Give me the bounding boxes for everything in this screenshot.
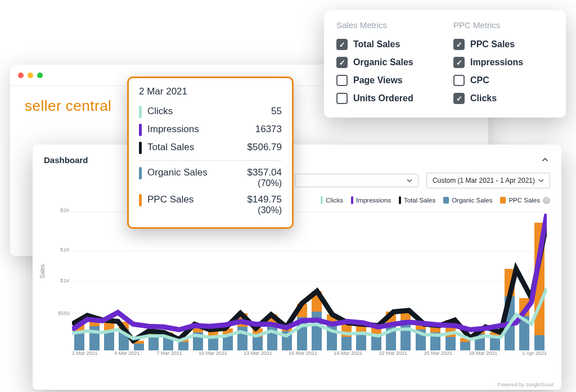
metric-option-label: Organic Sales bbox=[353, 57, 413, 67]
bar-column[interactable] bbox=[265, 213, 280, 350]
metric-option[interactable]: Impressions bbox=[453, 53, 554, 71]
bar-column[interactable] bbox=[488, 213, 502, 350]
bar-column[interactable] bbox=[324, 213, 339, 350]
metric-selector[interactable] bbox=[295, 174, 418, 187]
bar-column[interactable] bbox=[161, 213, 176, 350]
x-tick-label bbox=[272, 350, 281, 367]
bar-column[interactable] bbox=[309, 213, 324, 350]
x-tick-label bbox=[317, 350, 326, 367]
bar-column[interactable] bbox=[398, 213, 413, 350]
bar-column[interactable] bbox=[72, 213, 87, 350]
x-tick-label: 22 Mar 2021 bbox=[379, 350, 408, 367]
checkbox-icon[interactable] bbox=[453, 93, 465, 104]
bar-column[interactable] bbox=[280, 213, 294, 350]
x-tick-label bbox=[326, 350, 334, 367]
metric-option-label: PPC Sales bbox=[470, 39, 515, 49]
legend-item[interactable]: Total Sales bbox=[399, 196, 435, 204]
metric-option-label: Page Views bbox=[353, 75, 403, 85]
x-tick-label bbox=[371, 350, 379, 367]
bar-column[interactable] bbox=[250, 213, 265, 350]
bar-column[interactable] bbox=[428, 213, 443, 350]
bar-column[interactable] bbox=[87, 213, 101, 350]
y-axis-ticks: $2K $1K $1K $550 bbox=[51, 210, 70, 350]
bar-column[interactable] bbox=[146, 213, 161, 350]
bar-column[interactable] bbox=[205, 213, 220, 350]
metric-option[interactable]: Total Sales bbox=[336, 35, 436, 53]
bar-column[interactable] bbox=[458, 213, 472, 350]
powered-by: Powered by JungleScout bbox=[497, 382, 554, 388]
metric-option-label: Impressions bbox=[470, 57, 523, 67]
bar-column[interactable] bbox=[354, 213, 368, 350]
bar-column[interactable] bbox=[413, 213, 428, 350]
help-icon[interactable]: ? bbox=[543, 197, 550, 204]
bar-column[interactable] bbox=[472, 213, 487, 350]
chevron-down-icon bbox=[407, 178, 412, 183]
minimize-dot-icon[interactable] bbox=[28, 73, 33, 78]
bar-column[interactable] bbox=[532, 213, 547, 350]
legend-item[interactable]: Organic Sales bbox=[443, 197, 492, 204]
checkbox-icon[interactable] bbox=[453, 39, 465, 50]
popover-heading-ppc: PPC Metrics bbox=[453, 20, 554, 30]
checkbox-icon[interactable] bbox=[336, 57, 348, 68]
checkbox-icon[interactable] bbox=[336, 39, 348, 50]
x-tick-label bbox=[452, 350, 461, 367]
collapse-chevron-icon[interactable] bbox=[540, 155, 550, 165]
date-range-label: Custom (1 Mar 2021 - 1 Apr 2021) bbox=[433, 177, 535, 184]
x-tick-label: 13 Mar 2021 bbox=[244, 350, 272, 367]
metric-option[interactable]: Page Views bbox=[336, 71, 436, 89]
x-tick-label bbox=[98, 350, 106, 367]
x-tick-label bbox=[497, 350, 506, 367]
checkbox-icon[interactable] bbox=[453, 57, 465, 68]
chart-legend: Clicks Impressions Total Sales Organic S… bbox=[44, 196, 550, 204]
date-range-selector[interactable]: Custom (1 Mar 2021 - 1 Apr 2021) bbox=[426, 173, 550, 188]
metrics-popover: Sales Metrics Total SalesOrganic SalesPa… bbox=[324, 10, 566, 118]
bar-column[interactable] bbox=[176, 213, 191, 350]
x-tick-label bbox=[506, 350, 514, 367]
bar-column[interactable] bbox=[517, 213, 532, 350]
bar-column[interactable] bbox=[220, 213, 235, 350]
checkbox-icon[interactable] bbox=[453, 75, 465, 86]
popover-heading-sales: Sales Metrics bbox=[336, 20, 436, 30]
metric-option-label: Units Ordered bbox=[353, 93, 413, 103]
legend-item[interactable]: Impressions bbox=[351, 196, 391, 204]
bar-column[interactable] bbox=[116, 213, 131, 350]
checkbox-icon[interactable] bbox=[336, 93, 348, 104]
metric-option-label: Total Sales bbox=[353, 39, 400, 49]
legend-item[interactable]: PPC Sales ? bbox=[500, 197, 550, 204]
x-tick-label: 25 Mar 2021 bbox=[424, 350, 453, 367]
x-tick-label bbox=[281, 350, 289, 367]
metric-option[interactable]: CPC bbox=[453, 71, 554, 89]
x-tick-label: 1 Mar 2021 bbox=[72, 350, 98, 367]
x-tick-label bbox=[227, 350, 236, 367]
bar-column[interactable] bbox=[369, 213, 384, 350]
bar-column[interactable] bbox=[384, 213, 398, 350]
metric-option[interactable]: Organic Sales bbox=[336, 53, 436, 71]
bar-column[interactable] bbox=[235, 213, 250, 350]
legend-item[interactable]: Clicks bbox=[321, 196, 343, 204]
x-tick-label bbox=[182, 350, 191, 367]
metric-option[interactable]: PPC Sales bbox=[453, 35, 554, 53]
x-tick-label bbox=[140, 350, 148, 367]
tooltip-row: PPC Sales$149.75(30%) bbox=[139, 191, 282, 218]
bar-column[interactable] bbox=[132, 213, 146, 350]
x-tick-label bbox=[148, 350, 156, 367]
x-tick-label: 7 Mar 2021 bbox=[156, 350, 182, 367]
x-tick-label bbox=[514, 350, 523, 367]
x-tick-label: 10 Mar 2021 bbox=[199, 350, 227, 367]
metric-option[interactable]: Clicks bbox=[453, 89, 554, 107]
x-tick-label bbox=[106, 350, 114, 367]
bar-column[interactable] bbox=[102, 213, 116, 350]
metric-option-label: Clicks bbox=[470, 93, 497, 103]
bar-column[interactable] bbox=[191, 213, 205, 350]
bar-column[interactable] bbox=[339, 213, 354, 350]
bar-column[interactable] bbox=[295, 213, 309, 350]
checkbox-icon[interactable] bbox=[336, 75, 348, 86]
sales-chart[interactable]: Sales $2K $1K $1K $550 1 Mar 20214 Mar 2… bbox=[44, 210, 550, 367]
bar-column[interactable] bbox=[443, 213, 457, 350]
tooltip-row: Impressions16373 bbox=[139, 121, 282, 139]
metric-option[interactable]: Units Ordered bbox=[336, 89, 436, 107]
metric-option-label: CPC bbox=[470, 75, 489, 85]
zoom-dot-icon[interactable] bbox=[37, 73, 43, 78]
close-dot-icon[interactable] bbox=[18, 73, 24, 78]
bar-column[interactable] bbox=[502, 213, 517, 350]
